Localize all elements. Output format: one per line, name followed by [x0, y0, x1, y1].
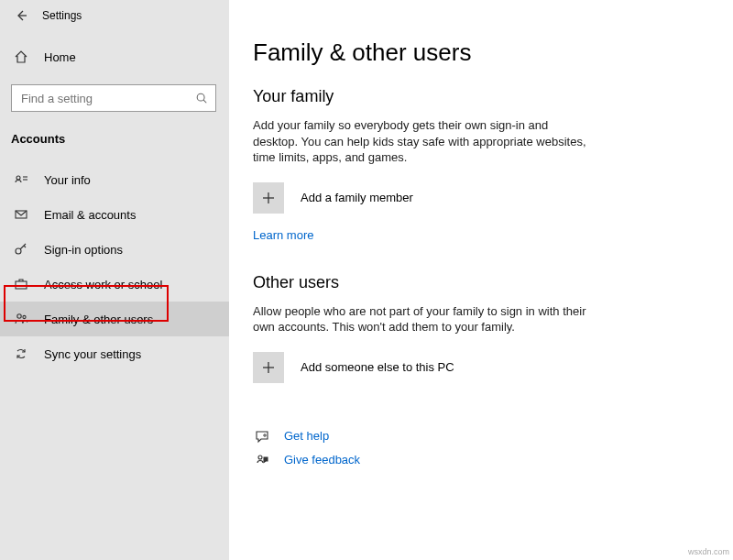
watermark: wsxdn.com: [688, 547, 729, 556]
home-nav[interactable]: Home: [0, 40, 229, 73]
plus-icon: [261, 360, 276, 375]
plus-icon-box: [253, 352, 284, 383]
get-help-link[interactable]: Get help: [284, 429, 329, 443]
svg-point-1: [197, 93, 204, 101]
give-feedback-link[interactable]: Give feedback: [284, 453, 360, 467]
nav-label: Access work or school: [44, 278, 162, 291]
people-icon: [13, 312, 29, 326]
nav-your-info[interactable]: Your info: [0, 162, 229, 197]
svg-rect-8: [16, 281, 27, 289]
chat-help-icon: [253, 429, 271, 444]
add-other-label: Add someone else to this PC: [301, 360, 454, 374]
svg-point-10: [23, 315, 26, 318]
nav-family-other-users[interactable]: Family & other users: [0, 302, 229, 336]
main-content: Family & other users Your family Add you…: [229, 0, 733, 560]
nav-access-work-school[interactable]: Access work or school: [0, 267, 229, 302]
feedback-icon: [253, 453, 271, 467]
sidebar: Settings Home Accounts Your info Email &…: [0, 0, 229, 560]
svg-point-19: [264, 434, 266, 436]
nav-email-accounts[interactable]: Email & accounts: [0, 197, 229, 232]
category-header: Accounts: [0, 112, 229, 153]
learn-more-link[interactable]: Learn more: [253, 228, 313, 242]
arrow-left-icon: [14, 8, 28, 23]
briefcase-icon: [13, 277, 29, 291]
window-title: Settings: [42, 9, 82, 22]
user-card-icon: [13, 172, 29, 187]
plus-icon: [261, 191, 276, 205]
nav-label: Email & accounts: [44, 208, 136, 222]
get-help-row[interactable]: Get help: [253, 429, 709, 444]
page-title: Family & other users: [253, 38, 709, 67]
add-other-user-button[interactable]: Add someone else to this PC: [253, 352, 709, 383]
other-description: Allow people who are not part of your fa…: [253, 303, 592, 335]
sync-icon: [13, 346, 29, 361]
home-label: Home: [44, 50, 76, 64]
svg-point-3: [16, 176, 20, 180]
key-icon: [13, 242, 29, 257]
add-family-member-button[interactable]: Add a family member: [253, 182, 709, 214]
titlebar: Settings: [0, 0, 229, 31]
section-title-family: Your family: [253, 87, 709, 106]
section-title-other: Other users: [253, 273, 709, 292]
search-icon: [195, 92, 208, 104]
back-button[interactable]: [5, 0, 37, 31]
mail-icon: [13, 207, 29, 222]
nav-label: Sign-in options: [44, 243, 123, 257]
svg-line-2: [203, 100, 206, 103]
add-family-label: Add a family member: [301, 191, 413, 204]
family-description: Add your family so everybody gets their …: [253, 117, 592, 166]
svg-point-9: [17, 314, 21, 318]
give-feedback-row[interactable]: Give feedback: [253, 453, 709, 467]
svg-point-20: [258, 456, 262, 459]
nav-label: Sync your settings: [44, 347, 141, 361]
nav-sync-settings[interactable]: Sync your settings: [0, 336, 229, 371]
search-input[interactable]: [19, 91, 195, 106]
nav-label: Family & other users: [44, 313, 153, 326]
home-icon: [13, 49, 29, 64]
search-box[interactable]: [11, 84, 216, 112]
nav-label: Your info: [44, 173, 91, 187]
plus-icon-box: [253, 182, 284, 214]
nav-signin-options[interactable]: Sign-in options: [0, 232, 229, 267]
